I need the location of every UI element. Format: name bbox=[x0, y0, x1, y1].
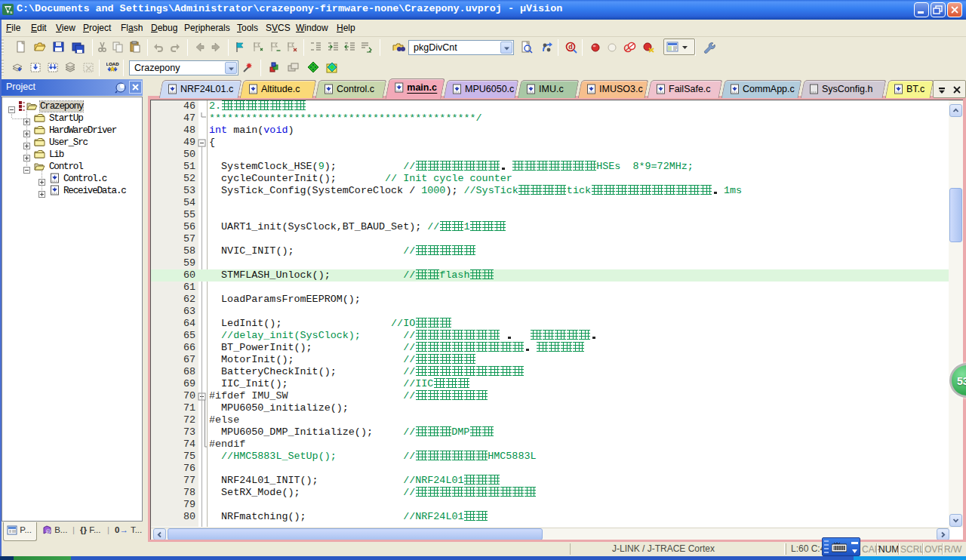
svg-text:d: d bbox=[568, 43, 573, 51]
svg-text:?: ? bbox=[47, 529, 50, 534]
svg-text:LOAD: LOAD bbox=[106, 62, 119, 66]
